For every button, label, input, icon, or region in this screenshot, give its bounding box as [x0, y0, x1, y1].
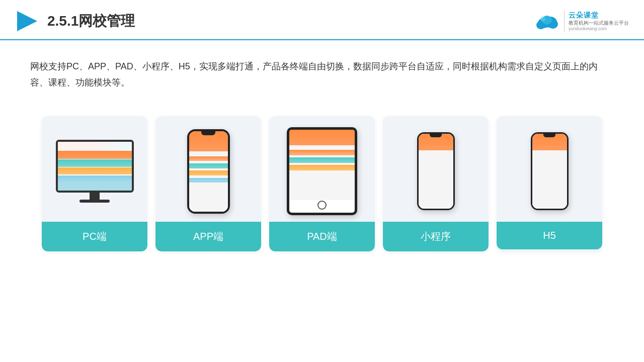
logo-sub-text: 教育机构一站式服务云平台: [569, 20, 629, 26]
card-miniprogram: 小程序: [383, 116, 489, 251]
card-pad-label: PAD端: [269, 222, 375, 251]
card-miniprogram-label: 小程序: [383, 222, 489, 251]
header-left: 2.5.1网校管理: [15, 9, 135, 33]
card-h5: H5: [497, 116, 602, 251]
play-icon: [15, 9, 39, 33]
logo-text-block: 云朵课堂 教育机构一站式服务云平台 yunduoketang.com: [564, 11, 629, 32]
card-pad: PAD端: [269, 116, 375, 251]
card-pad-image: [269, 116, 375, 222]
card-app: APP端: [155, 116, 261, 251]
page-title: 2.5.1网校管理: [47, 12, 135, 31]
card-app-image: [155, 116, 261, 222]
logo-area: 云朵课堂 教育机构一站式服务云平台 yunduoketang.com: [534, 11, 629, 32]
description-text: 网校支持PC、APP、PAD、小程序、H5，实现多端打通，产品各终端自由切换，数…: [0, 40, 644, 101]
svg-marker-0: [17, 11, 37, 31]
card-app-label: APP端: [155, 222, 261, 251]
header: 2.5.1网校管理 云朵课堂 教育机构一站式服务云平台 yunduoketang…: [0, 0, 644, 40]
pc-monitor-icon: [56, 140, 134, 203]
logo-main-text: 云朵课堂: [569, 11, 629, 20]
svg-point-6: [540, 17, 545, 22]
card-pc-image: [42, 116, 147, 222]
logo-url-text: yunduoketang.com: [569, 26, 629, 32]
phone-h5-icon: [531, 132, 569, 210]
cards-container: PC端 APP端 PAD端 小程序: [0, 101, 644, 266]
card-pc: PC端: [42, 116, 147, 251]
card-h5-image: [497, 116, 602, 222]
phone-mini-icon: [417, 132, 455, 210]
tablet-pad-icon: [287, 127, 357, 215]
card-h5-label: H5: [497, 222, 602, 249]
phone-app-icon: [187, 129, 230, 214]
card-pc-label: PC端: [42, 222, 147, 251]
logo-cloud-icon: [534, 12, 560, 30]
card-miniprogram-image: [383, 116, 489, 222]
